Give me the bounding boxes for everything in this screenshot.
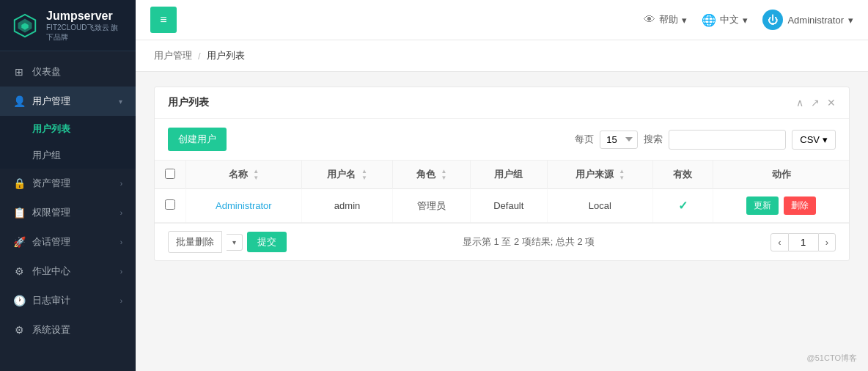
sys-settings-icon: ⚙ [13,324,25,336]
close-icon[interactable]: ✕ [827,97,836,109]
header-username-label: 用户名 [327,169,356,180]
sidebar-item-session-mgmt[interactable]: 🚀 会话管理 › [0,227,136,257]
sidebar-item-perm-mgmt[interactable]: 📋 权限管理 › [0,198,136,227]
batch-delete-button[interactable]: 批量删除 [168,231,222,253]
sort-role-icon[interactable]: ▲▼ [441,169,447,182]
user-dropdown-icon: ▾ [848,15,853,26]
footer-bar: 批量删除 ▾ 提交 显示第 1 至 2 项结果; 总共 2 项 ‹ › [155,223,849,260]
csv-button[interactable]: CSV ▾ [792,130,836,150]
toolbar-right: 每页 15 25 50 100 搜索 CSV ▾ [575,130,836,150]
row-checkbox[interactable] [165,199,175,210]
submit-button[interactable]: 提交 [247,232,287,252]
user-mgmt-icon: 👤 [13,95,25,107]
collapse-icon[interactable]: ∧ [796,97,803,109]
user-label: Administrator [787,15,844,26]
footer-left: 批量删除 ▾ 提交 [168,231,287,253]
sidebar-item-user-group[interactable]: 用户组 [0,142,136,169]
header-group: 用户组 [470,161,547,189]
breadcrumb-parent: 用户管理 [154,49,192,62]
asset-mgmt-icon: 🔒 [13,177,25,189]
header-source-label: 用户来源 [575,169,614,180]
toolbar: 创建用户 每页 15 25 50 100 搜索 CSV [155,119,849,161]
create-user-button[interactable]: 创建用户 [168,128,227,151]
breadcrumb-sep: / [198,51,201,62]
header-valid: 有效 [652,161,713,189]
select-all-checkbox[interactable] [165,169,175,179]
header-name-label: 名称 [229,169,248,180]
page-next-button[interactable]: › [818,233,836,251]
sort-username-icon[interactable]: ▲▼ [361,169,367,182]
sidebar-item-dashboard[interactable]: ⊞ 仪表盘 [0,57,136,87]
csv-label: CSV [800,134,820,145]
sidebar-label-log-audit: 日志审计 [32,294,70,307]
row-checkbox-cell [155,189,186,223]
sidebar-item-log-audit[interactable]: 🕐 日志审计 › [0,286,136,315]
card: 用户列表 ∧ ↗ ✕ 创建用户 每页 15 [154,87,850,261]
page-prev-button[interactable]: ‹ [770,233,788,251]
pagination: ‹ › [770,233,836,251]
task-center-icon: ⚙ [13,265,25,277]
sidebar-item-task-center[interactable]: ⚙ 作业中心 › [0,257,136,286]
search-input[interactable] [669,130,786,150]
dashboard-icon: ⊞ [13,66,25,78]
perm-mgmt-arrow: › [120,209,122,217]
session-mgmt-icon: 🚀 [13,236,25,248]
logo-title: Jumpserver [46,9,125,23]
hamburger-button[interactable]: ≡ [150,7,177,33]
header-left: ≡ [150,7,177,33]
row-username-cell: admin [301,189,393,223]
logo: Jumpserver FIT2CLOUD飞致云 旗下品牌 [0,0,136,51]
sidebar-item-asset-mgmt[interactable]: 🔒 资产管理 › [0,169,136,198]
toolbar-left: 创建用户 [168,128,227,151]
sidebar-item-sys-settings[interactable]: ⚙ 系统设置 [0,315,136,345]
header-source: 用户来源 ▲▼ [547,161,652,189]
expand-icon[interactable]: ↗ [811,97,820,109]
logo-text: Jumpserver FIT2CLOUD飞致云 旗下品牌 [46,9,125,42]
log-audit-icon: 🕐 [13,295,25,306]
user-menu[interactable]: ⏻ Administrator ▾ [762,10,853,30]
users-table: 名称 ▲▼ 用户名 ▲▼ 角色 ▲▼ [155,161,849,223]
csv-arrow: ▾ [823,134,828,145]
user-mgmt-submenu: 用户列表 用户组 [0,116,136,169]
row-name-link[interactable]: Administrator [216,200,272,211]
page-number-input[interactable] [789,233,818,251]
header-role: 角色 ▲▼ [393,161,470,189]
table-row: Administrator admin 管理员 Default Local ✓ [155,189,849,223]
header-checkbox-cell [155,161,186,189]
logo-subtitle: FIT2CLOUD飞致云 旗下品牌 [46,23,125,42]
header-valid-label: 有效 [673,169,692,180]
breadcrumb: 用户管理 / 用户列表 [136,40,868,72]
user-mgmt-arrow: ▾ [119,98,122,106]
header: ≡ 👁 帮助 ▾ 🌐 中文 ▾ ⏻ Administrator ▾ [136,0,868,40]
content-area: 用户管理 / 用户列表 用户列表 ∧ ↗ ✕ 创建用户 [136,40,868,371]
sidebar-label-asset-mgmt: 资产管理 [32,177,70,190]
row-valid-cell: ✓ [652,189,713,223]
lang-label: 中文 [720,13,739,26]
sidebar-item-user-mgmt[interactable]: 👤 用户管理 ▾ [0,87,136,116]
lang-button[interactable]: 🌐 中文 ▾ [702,13,748,27]
help-label: 帮助 [659,13,678,26]
sidebar-label-user-mgmt: 用户管理 [32,95,70,108]
row-name-cell: Administrator [186,189,302,223]
per-page-select[interactable]: 15 25 50 100 [600,131,638,149]
update-button[interactable]: 更新 [746,196,779,215]
table-header-row: 名称 ▲▼ 用户名 ▲▼ 角色 ▲▼ [155,161,849,189]
sort-name-icon[interactable]: ▲▼ [253,169,259,182]
card-header-actions: ∧ ↗ ✕ [796,97,836,109]
logo-icon [11,12,39,40]
asset-mgmt-arrow: › [120,180,122,188]
batch-delete-arrow[interactable]: ▾ [227,234,243,251]
header-right: 👁 帮助 ▾ 🌐 中文 ▾ ⏻ Administrator ▾ [644,10,853,30]
card-title: 用户列表 [168,96,209,109]
lang-dropdown-icon: ▾ [743,15,748,26]
table-wrapper: 名称 ▲▼ 用户名 ▲▼ 角色 ▲▼ [155,161,849,223]
header-action-label: 动作 [772,169,791,180]
user-icon: ⏻ [762,10,783,30]
sort-source-icon[interactable]: ▲▼ [619,169,625,182]
sidebar-label-dashboard: 仪表盘 [32,65,61,78]
help-button[interactable]: 👁 帮助 ▾ [644,13,687,26]
sidebar-label-perm-mgmt: 权限管理 [32,206,70,219]
sidebar-item-user-list[interactable]: 用户列表 [0,116,136,142]
delete-button[interactable]: 删除 [784,196,816,215]
valid-checkmark: ✓ [678,199,688,212]
